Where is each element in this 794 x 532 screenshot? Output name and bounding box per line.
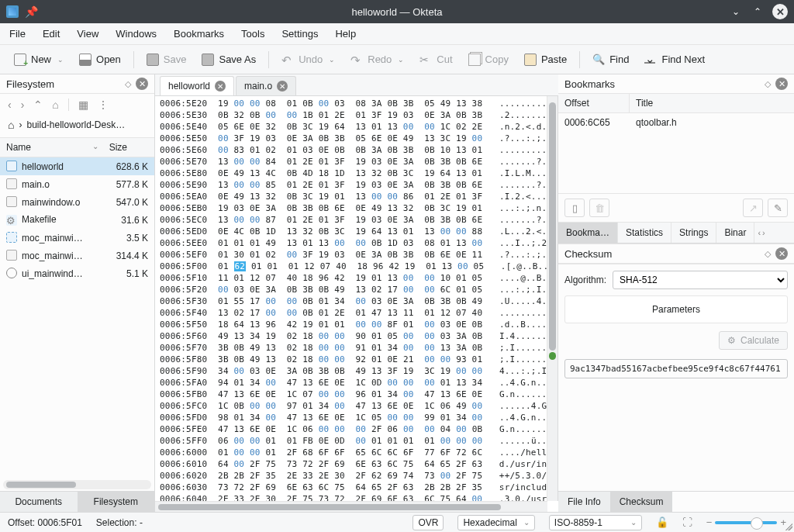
hex-hscrollbar[interactable] [155,501,547,512]
nav-home-icon[interactable]: ⌂ [52,98,58,111]
bookmarks-list[interactable]: Offset Title 0006:6C65 qtoolbar.h [558,94,794,193]
tab-checksum[interactable]: Checksum [610,492,673,512]
tab-filesystem[interactable]: Filesystem [78,492,155,512]
panel-close-icon[interactable]: ✕ [136,78,148,90]
new-button[interactable]: New⌄ [8,50,70,69]
copy-button[interactable]: Copy [462,50,515,69]
hex-content[interactable]: 0006:5E20 19 00 00 08 01 0B 00 03 08 3A … [155,96,547,501]
nav-back-icon[interactable]: ‹ [8,98,12,111]
close-button[interactable]: ✕ [772,4,788,19]
close-icon[interactable]: ✕ [277,81,288,92]
algorithm-label: Algorithm: [564,275,606,285]
nav-fwd-icon[interactable]: › [21,98,25,111]
paste-button[interactable]: Paste [518,50,573,69]
bookmark-row[interactable]: 0006:6C65 qtoolbar.h [558,113,794,132]
bookmark-delete-icon[interactable]: 🗑 [589,199,609,217]
status-selection: Selection: - [96,517,143,528]
charset-combo[interactable]: ISO-8859-1⌄ [549,515,642,530]
filesystem-scrollbar[interactable] [3,480,151,489]
tab-binary[interactable]: Binar [716,223,754,243]
redo-button[interactable]: Redo⌄ [344,50,410,69]
calculate-button[interactable]: ⚙Calculate [719,331,788,350]
tabs-scroll-right[interactable]: › [762,228,765,237]
menu-tools[interactable]: Tools [241,28,264,40]
save-icon [147,54,159,66]
menu-settings[interactable]: Settings [281,28,318,40]
find-button[interactable]: Find [586,50,635,69]
right-panel: Bookmarks ◇ ✕ Offset Title 0006:6C65 qto… [558,74,794,512]
close-icon[interactable]: ✕ [215,81,226,92]
open-button[interactable]: Open [73,50,127,69]
nav-up-icon[interactable]: ⌃ [33,98,43,111]
home-icon[interactable]: ⌂ [8,119,14,131]
new-icon [14,54,26,66]
pin-icon[interactable]: 📌 [25,5,38,18]
panel-close-icon[interactable]: ✕ [775,247,788,260]
algorithm-select[interactable]: SHA-512 [613,271,788,289]
file-row[interactable]: Makefile31.6 K [0,211,154,229]
file-row[interactable]: main.o577.8 K [0,175,154,193]
toolbar: New⌄ Open Save Save As Undo⌄ Redo⌄ Cut C… [0,45,794,74]
panel-float-icon[interactable]: ◇ [765,79,771,89]
findnext-button[interactable]: Find Next [638,50,711,69]
cut-icon [419,54,432,66]
tab-bookmarks[interactable]: Bookma… [558,223,618,243]
panel-close-icon[interactable]: ✕ [775,78,788,90]
col-offset[interactable]: Offset [558,94,630,112]
saveas-button[interactable]: Save As [195,50,262,69]
findnext-icon [644,54,657,66]
panel-float-icon[interactable]: ◇ [765,249,771,259]
zoom-slider[interactable]: −+ [706,516,786,528]
col-size[interactable]: Size [103,138,154,157]
doctab-main-o[interactable]: main.o✕ [236,76,296,95]
file-icon [6,161,17,171]
col-name[interactable]: Name [0,138,103,157]
file-icon [6,250,17,261]
bookmark-edit-icon[interactable]: ✎ [768,199,788,217]
panel-float-icon[interactable]: ◇ [125,79,131,89]
menu-windows[interactable]: Windows [116,28,157,40]
maximize-button[interactable]: ⌃ [751,5,765,19]
minimize-button[interactable]: ⌄ [729,5,743,19]
resize-grip[interactable] [783,521,792,530]
menu-bookmarks[interactable]: Bookmarks [174,28,224,40]
paste-icon [524,54,537,66]
tab-documents[interactable]: Documents [0,492,78,512]
col-title[interactable]: Title [630,94,659,112]
file-row[interactable]: ui_mainwind…5.1 K [0,264,154,282]
doctab-helloworld[interactable]: helloworld✕ [160,76,234,95]
hex-scrollbar[interactable] [547,96,558,501]
breadcrumb[interactable]: ⌂ › build-helloworld-Desk… [0,116,154,138]
file-row[interactable]: moc_mainwi…3.5 K [0,229,154,247]
coding-combo[interactable]: Hexadecimal⌄ [457,515,534,530]
parameters-box: Parameters [564,295,788,323]
checksum-result[interactable]: 9ac1347bad55167acbefbee95ce9f4c8c67f4476… [564,359,788,378]
save-button[interactable]: Save [140,50,193,69]
file-table[interactable]: Name Size helloworld628.6 Kmain.o577.8 K… [0,138,154,478]
menu-view[interactable]: View [77,28,98,40]
open-icon [79,54,91,66]
document-tabs: helloworld✕ main.o✕ [155,74,558,96]
nav-menu-icon[interactable]: ⋮ [98,98,109,111]
window-title: helloworld — Okteta [0,6,794,18]
menu-help[interactable]: Help [335,28,356,40]
file-row[interactable]: helloworld628.6 K [0,157,154,176]
cut-button[interactable]: Cut [413,50,458,69]
mode-combo[interactable]: OVR [413,515,444,530]
menu-file[interactable]: File [9,28,26,40]
menu-edit[interactable]: Edit [43,28,60,40]
file-row[interactable]: moc_mainwi…314.4 K [0,247,154,264]
titlebar: 📌 helloworld — Okteta ⌄ ⌃ ✕ [0,0,794,23]
file-row[interactable]: mainwindow.o547.0 K [0,193,154,211]
nav-view-icon[interactable]: ▦ [78,98,88,111]
filesystem-panel: Filesystem ◇ ✕ ‹ › ⌃ ⌂ ▦ ⋮ ⌂ › build-hel… [0,74,155,512]
tab-statistics[interactable]: Statistics [618,223,671,243]
fit-icon[interactable]: ⛶ [682,516,692,528]
undo-button[interactable]: Undo⌄ [275,50,341,69]
bookmark-goto-icon[interactable]: ↗ [743,199,763,217]
bookmark-add-icon[interactable]: ▯ [564,199,585,217]
tab-strings[interactable]: Strings [671,223,716,243]
tabs-scroll-left[interactable]: ‹ [758,228,761,237]
tab-fileinfo[interactable]: File Info [558,492,610,512]
lock-icon[interactable]: 🔓 [656,516,668,528]
